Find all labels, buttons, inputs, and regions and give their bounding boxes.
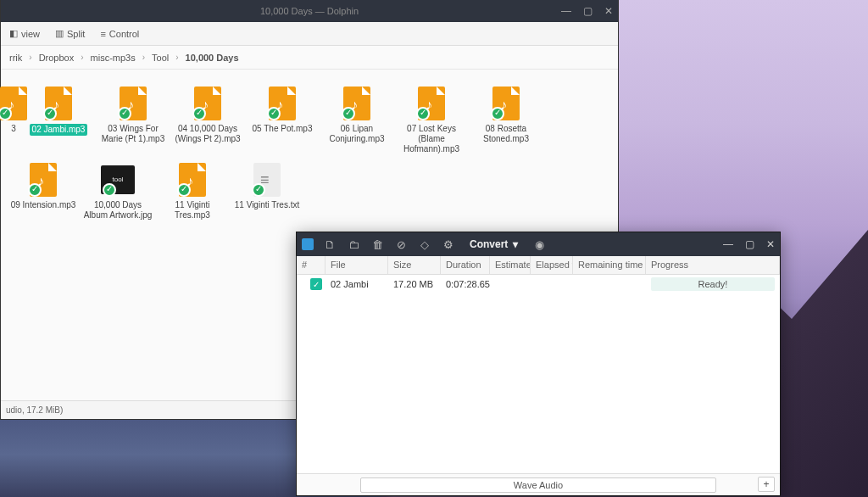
file-label: 10,000 Days Album Artwork.jpg [82,200,153,221]
new-file-icon[interactable]: 🗋 [324,238,336,250]
gear-icon[interactable]: ⚙ [442,238,454,250]
synced-badge-icon [118,107,131,120]
mp3-file-icon [340,85,374,122]
file-label: 03 Wings For Marie (Pt 1).mp3 [97,124,169,144]
col-remaining[interactable]: Remaining time [573,256,646,274]
breadcrumb-segment[interactable]: Dropbox [36,53,78,63]
file-item[interactable]: 11 Viginti Tres.txt [230,158,304,224]
mp3-file-icon [116,85,150,122]
preview-button[interactable]: ◧ view [4,25,45,42]
synced-badge-icon [192,107,206,120]
breadcrumb-segment[interactable]: misc-mp3s [87,53,139,63]
split-icon: ▥ [55,28,64,39]
row-checkbox[interactable]: ✓ [310,278,322,290]
cell-size: 17.20 MB [388,279,441,289]
cell-file: 02 Jambi [326,279,388,289]
close-icon[interactable]: ✕ [604,5,613,17]
converter-footer: Wave Audio + [297,473,780,495]
synced-badge-icon [252,183,265,197]
jpg-file-icon: tool [101,161,135,198]
dolphin-titlebar[interactable]: 10,000 Days — Dolphin — ▢ ✕ [1,0,618,22]
converter-rows[interactable]: ✓02 Jambi17.20 MB0:07:28.65Ready! [297,275,780,473]
file-item[interactable]: 08 Rosetta Stoned.mp3 [469,81,543,158]
converter-column-headers[interactable]: # File Size Duration Estimate Elapsed t … [297,256,780,275]
file-label: 05 The Pot.mp3 [253,124,313,134]
synced-badge-icon [491,107,504,120]
breadcrumb-segment[interactable]: Tool [148,53,172,63]
converter-window: 🗋 🗀 🗑 ⊘ ◇ ⚙ Convert ▾ ◉ — ▢ ✕ # File Siz… [296,232,781,496]
chevron-right-icon: › [25,53,35,62]
synced-badge-icon [43,107,57,120]
file-item[interactable]: 02 Jambi.mp3 [21,81,96,158]
synced-badge-icon [267,107,281,120]
breadcrumb-segment[interactable]: rrik [6,53,25,63]
close-icon[interactable]: ✕ [766,238,775,250]
app-icon [302,238,314,250]
file-item[interactable]: 07 Lost Keys (Blame Hofmann).mp3 [394,81,469,158]
mp3-file-icon [26,161,60,198]
mp3-file-icon [415,85,448,122]
diamond-icon[interactable]: ◇ [419,238,431,250]
file-item[interactable]: 04 10,000 Days (Wings Pt 2).mp3 [170,81,245,158]
col-estimate[interactable]: Estimate [490,256,531,274]
dolphin-title: 10,000 Days — Dolphin [260,6,359,16]
mp3-file-icon [489,85,523,122]
chevron-right-icon: › [172,53,181,62]
add-format-button[interactable]: + [758,477,775,492]
mp3-file-icon [0,85,31,122]
maximize-icon[interactable]: ▢ [583,5,593,17]
file-label: 04 10,000 Days (Wings Pt 2).mp3 [172,124,243,144]
breadcrumb[interactable]: rrik›Dropbox›misc-mp3s›Tool›10,000 Days [1,46,618,70]
maximize-icon[interactable]: ▢ [745,238,754,250]
col-duration[interactable]: Duration [441,256,490,274]
record-icon[interactable]: ◉ [533,238,545,250]
col-size[interactable]: Size [388,256,441,274]
file-label: 02 Jambi.mp3 [30,124,88,136]
synced-badge-icon [416,107,430,120]
col-elapsed[interactable]: Elapsed t [531,256,573,274]
chevron-down-icon: ▾ [513,238,518,250]
file-label: 08 Rosetta Stoned.mp3 [470,124,542,144]
file-item[interactable]: tool10,000 Days Album Artwork.jpg [81,158,155,224]
file-label: 11 Viginti Tres.txt [235,200,300,210]
control-button[interactable]: ≡ Control [95,25,144,42]
col-num[interactable]: # [297,256,326,274]
synced-badge-icon [342,107,355,120]
folder-icon[interactable]: 🗀 [348,238,359,250]
file-label: 11 Viginti Tres.mp3 [157,200,228,221]
converter-titlebar[interactable]: 🗋 🗀 🗑 ⊘ ◇ ⚙ Convert ▾ ◉ — ▢ ✕ [297,232,780,256]
file-label: 07 Lost Keys (Blame Hofmann).mp3 [396,124,467,154]
eye-icon: ◧ [9,28,18,39]
trash-icon[interactable]: 🗑 [371,238,383,250]
file-item[interactable]: 11 Viginti Tres.mp3 [155,158,230,224]
progress-bar: Ready! [651,277,775,291]
output-format-selector[interactable]: Wave Audio [360,477,716,493]
file-item[interactable]: 06 Lipan Conjuring.mp3 [320,81,394,158]
minimize-icon[interactable]: — [561,5,571,17]
menu-icon: ≡ [100,29,105,39]
txt-file-icon [250,161,284,198]
breadcrumb-segment[interactable]: 10,000 Days [182,53,242,63]
mp3-file-icon [175,161,209,198]
split-button[interactable]: ▥ Split [50,25,90,42]
synced-badge-icon [177,183,191,197]
file-label: 09 Intension.mp3 [11,200,76,210]
mp3-file-icon [265,85,299,122]
synced-badge-icon [28,183,42,197]
file-item[interactable]: 03 Wings For Marie (Pt 1).mp3 [96,81,170,158]
file-item[interactable]: 3 [6,81,21,158]
table-row[interactable]: ✓02 Jambi17.20 MB0:07:28.65Ready! [297,275,780,293]
mp3-file-icon [42,85,75,122]
file-label: 06 Lipan Conjuring.mp3 [321,124,392,144]
minimize-icon[interactable]: — [723,238,733,250]
convert-button[interactable]: Convert ▾ [465,238,523,250]
col-progress[interactable]: Progress [646,256,780,274]
synced-badge-icon [103,183,116,197]
stop-icon[interactable]: ⊘ [395,238,407,250]
file-item[interactable]: 05 The Pot.mp3 [245,81,320,158]
col-file[interactable]: File [326,256,388,274]
chevron-right-icon: › [77,53,86,62]
file-item[interactable]: 09 Intension.mp3 [6,158,81,224]
mp3-file-icon [191,85,225,122]
dolphin-toolbar: ◧ view ▥ Split ≡ Control [1,22,618,46]
